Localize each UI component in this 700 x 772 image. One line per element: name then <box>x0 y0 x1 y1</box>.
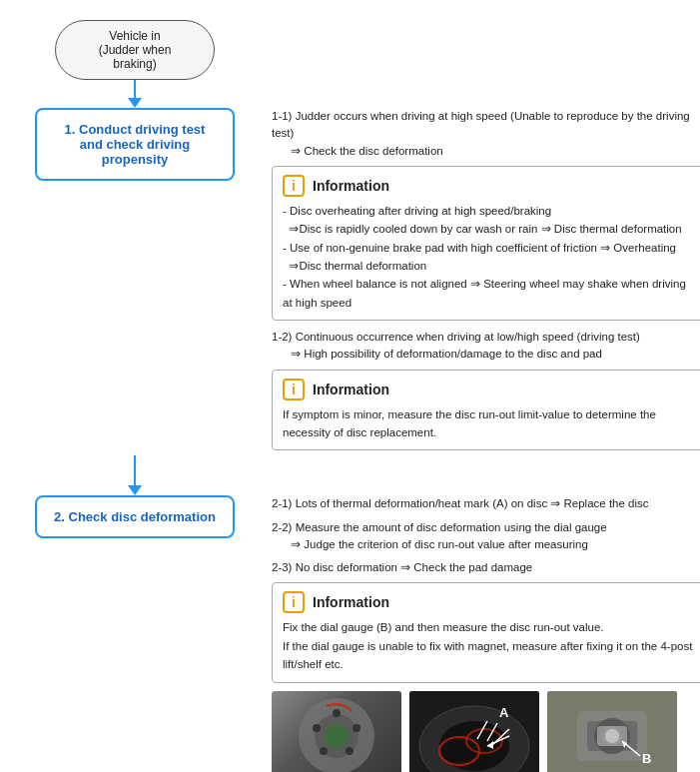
info-icon-1: i <box>283 175 305 197</box>
desc-2-1-num: 2-1) <box>272 497 292 509</box>
desc-2-2-num: 2-2) <box>272 521 292 533</box>
svg-point-7 <box>313 724 321 732</box>
step2-box: 2. Check disc deformation <box>35 495 235 538</box>
desc-2-3: 2-3) No disc deformation ⇒ Check the pad… <box>272 559 700 576</box>
info-title-1: Information <box>313 178 389 194</box>
desc-1-2-num: 1-2) <box>272 331 292 343</box>
photo-caliper: B <box>547 691 677 772</box>
photo-tyre: A <box>409 691 539 772</box>
info-title-3: Information <box>313 594 389 610</box>
info-icon-2: i <box>283 379 305 400</box>
info-title-2: Information <box>313 382 389 397</box>
desc-2-3-num: 2-3) <box>272 561 292 573</box>
photo-strip: A <box>272 691 700 772</box>
desc-1-1-num: 1-1) <box>272 110 292 122</box>
step2-label: 2. Check disc deformation <box>54 509 216 524</box>
info-2-content: If symptom is minor, measure the disc ru… <box>283 405 698 442</box>
svg-text:B: B <box>642 751 651 766</box>
svg-point-6 <box>320 747 328 755</box>
photo-brake-disc <box>272 691 401 772</box>
info-3-content: Fix the dial gauge (B) and then measure … <box>283 618 698 673</box>
info-box-3: i Information Fix the dial gauge (B) and… <box>272 582 700 682</box>
vehicle-in-line2: (Judder when braking) <box>76 43 194 71</box>
desc-1-2-text: Continuous occurrence when driving at lo… <box>272 331 640 360</box>
desc-2-2-text: Measure the amount of disc deformation u… <box>272 521 607 550</box>
desc-2-1-text: Lots of thermal deformation/heat mark (A… <box>296 497 649 509</box>
info-box-1: i Information - Disc overheating after d… <box>272 166 700 321</box>
desc-2-3-text: No disc deformation ⇒ Check the pad dama… <box>296 561 533 573</box>
step1-label: 1. Conduct driving test and check drivin… <box>65 122 206 167</box>
info-icon-3: i <box>283 591 305 613</box>
svg-point-3 <box>333 709 341 717</box>
info-box-2: i Information If symptom is minor, measu… <box>272 370 700 451</box>
svg-point-2 <box>325 724 349 748</box>
desc-1-1: 1-1) Judder occurs when driving at high … <box>272 108 700 160</box>
desc-2-1: 2-1) Lots of thermal deformation/heat ma… <box>272 495 700 512</box>
svg-text:A: A <box>499 705 509 720</box>
svg-point-4 <box>352 724 360 732</box>
desc-1-2: 1-2) Continuous occurrence when driving … <box>272 329 700 364</box>
info-1-content: - Disc overheating after driving at high… <box>283 202 698 312</box>
svg-point-5 <box>346 747 353 755</box>
desc-2-2: 2-2) Measure the amount of disc deformat… <box>272 519 700 554</box>
vehicle-in-line1: Vehicle in <box>76 29 194 43</box>
desc-1-1-text: Judder occurs when driving at high speed… <box>272 110 690 157</box>
svg-point-25 <box>605 729 619 743</box>
vehicle-in-box: Vehicle in (Judder when braking) <box>55 20 215 80</box>
step1-box: 1. Conduct driving test and check drivin… <box>35 108 235 181</box>
